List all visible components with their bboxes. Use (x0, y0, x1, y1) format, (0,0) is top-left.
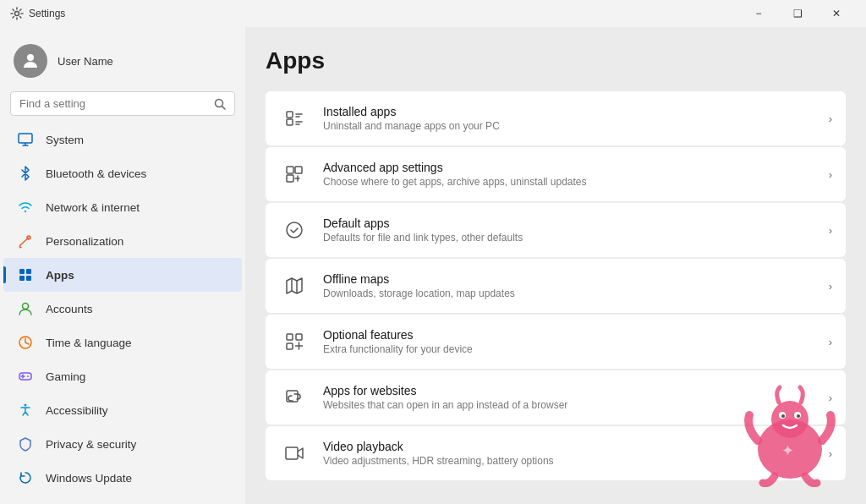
close-button[interactable]: ✕ (817, 0, 856, 27)
grid-icon (279, 159, 310, 189)
chevron-right-icon: › (829, 224, 832, 237)
offline-maps-title: Offline maps (323, 272, 815, 286)
installed-apps-desc: Uninstall and manage apps on your PC (323, 120, 815, 132)
settings-icon (10, 7, 24, 20)
sidebar-item-accessibility[interactable]: Accessibility (3, 393, 242, 427)
sidebar-label-time: Time & language (46, 337, 132, 349)
person-icon (17, 300, 34, 317)
sidebar-item-system[interactable]: System (3, 123, 242, 156)
avatar (14, 44, 47, 78)
settings-item-video-playback[interactable]: Video playback Video adjustments, HDR st… (266, 426, 846, 480)
sidebar-label-personalization: Personalization (46, 235, 123, 248)
settings-item-advanced-app[interactable]: Advanced app settings Choose where to ge… (266, 147, 846, 201)
sidebar-item-time[interactable]: Time & language (3, 326, 242, 359)
content-area: Apps Installed apps Uninstall an (245, 27, 866, 504)
installed-apps-text: Installed apps Uninstall and manage apps… (323, 105, 815, 132)
svg-rect-4 (19, 134, 32, 143)
wifi-icon (17, 199, 34, 216)
settings-item-optional-features[interactable]: Optional features Extra functionality fo… (266, 315, 846, 369)
page-title: Apps (266, 47, 846, 74)
chevron-right-icon: › (829, 168, 832, 181)
sidebar-label-bluetooth: Bluetooth & devices (46, 167, 146, 180)
apps-websites-desc: Websites that can open in an app instead… (323, 399, 815, 411)
accessibility-icon (17, 402, 34, 419)
link-icon (279, 382, 310, 413)
chevron-right-icon: › (829, 112, 832, 125)
settings-item-installed-apps[interactable]: Installed apps Uninstall and manage apps… (266, 91, 846, 145)
svg-line-3 (222, 106, 226, 109)
monitor-icon (17, 131, 34, 148)
plus-grid-icon (279, 326, 310, 357)
sidebar-item-bluetooth[interactable]: Bluetooth & devices (3, 156, 242, 190)
minimize-button[interactable]: − (739, 0, 778, 27)
svg-rect-21 (287, 119, 293, 125)
svg-rect-11 (19, 276, 25, 281)
svg-point-13 (23, 304, 29, 310)
search-box[interactable] (10, 91, 235, 116)
svg-rect-12 (26, 276, 31, 281)
svg-point-18 (27, 375, 29, 377)
user-section: User Name (0, 34, 245, 91)
map-icon (279, 271, 310, 301)
settings-list: Installed apps Uninstall and manage apps… (266, 91, 846, 480)
search-icon (214, 98, 226, 110)
svg-rect-20 (287, 112, 293, 118)
advanced-app-text: Advanced app settings Choose where to ge… (323, 161, 815, 188)
sidebar-label-network: Network & internet (46, 201, 140, 214)
installed-apps-title: Installed apps (323, 105, 815, 118)
optional-features-title: Optional features (323, 328, 815, 342)
bluetooth-icon (17, 165, 34, 182)
offline-maps-text: Offline maps Downloads, storage location… (323, 272, 815, 299)
svg-point-29 (287, 222, 302, 238)
sidebar-item-accounts[interactable]: Accounts (3, 292, 242, 326)
svg-point-1 (27, 54, 34, 61)
main-layout: User Name System (0, 27, 866, 504)
svg-rect-28 (287, 175, 293, 182)
sidebar-item-windows-update[interactable]: Windows Update (3, 461, 242, 495)
video-playback-title: Video playback (323, 440, 815, 453)
user-name: User Name (58, 55, 113, 68)
check-circle-icon (279, 215, 310, 245)
settings-item-default-apps[interactable]: Default apps Defaults for file and link … (266, 203, 846, 257)
brush-icon (17, 233, 34, 249)
search-input[interactable] (19, 97, 207, 110)
titlebar-title: Settings (29, 8, 65, 19)
sidebar-item-personalization[interactable]: Personalization (3, 224, 242, 258)
advanced-app-desc: Choose where to get apps, archive apps, … (323, 176, 815, 188)
chevron-right-icon: › (829, 336, 832, 348)
apps-websites-text: Apps for websites Websites that can open… (323, 384, 815, 411)
default-apps-desc: Defaults for file and link types, other … (323, 232, 815, 244)
svg-rect-10 (26, 269, 31, 274)
sidebar-item-privacy[interactable]: Privacy & security (3, 427, 242, 461)
apps-websites-title: Apps for websites (323, 384, 815, 397)
sidebar-label-gaming: Gaming (46, 370, 85, 383)
sidebar-label-windows-update: Windows Update (46, 472, 132, 485)
clock-icon (17, 334, 34, 351)
svg-point-7 (25, 211, 26, 212)
settings-item-offline-maps[interactable]: Offline maps Downloads, storage location… (266, 259, 846, 313)
svg-rect-26 (287, 167, 293, 173)
sidebar-label-privacy: Privacy & security (46, 438, 136, 451)
sidebar-item-network[interactable]: Network & internet (3, 190, 242, 224)
svg-point-19 (25, 404, 27, 407)
svg-rect-9 (19, 269, 25, 274)
svg-point-0 (15, 12, 19, 16)
shield-icon (17, 436, 34, 452)
chevron-right-icon: › (829, 392, 832, 404)
titlebar: Settings − ❑ ✕ (0, 0, 866, 27)
sidebar-item-gaming[interactable]: Gaming (3, 359, 242, 393)
maximize-button[interactable]: ❑ (778, 0, 817, 27)
settings-item-apps-websites[interactable]: Apps for websites Websites that can open… (266, 370, 846, 425)
sidebar-item-apps[interactable]: Apps (3, 258, 242, 292)
default-apps-text: Default apps Defaults for file and link … (323, 216, 815, 244)
gamepad-icon (17, 368, 34, 385)
chevron-right-icon: › (829, 280, 832, 293)
optional-features-desc: Extra functionality for your device (323, 343, 815, 355)
default-apps-title: Default apps (323, 216, 815, 230)
video-playback-desc: Video adjustments, HDR streaming, batter… (323, 455, 815, 467)
svg-rect-34 (287, 343, 293, 349)
sidebar-label-system: System (46, 134, 84, 146)
svg-rect-27 (295, 167, 302, 173)
video-icon (279, 438, 310, 468)
sidebar-label-accounts: Accounts (46, 303, 93, 315)
